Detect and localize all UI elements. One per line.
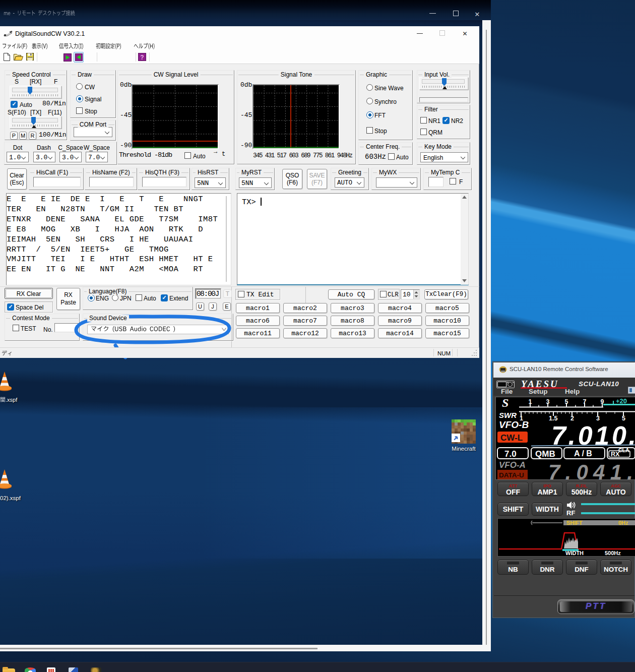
svg-text:0Hz: 0Hz (618, 520, 628, 526)
svg-text:7.0: 7.0 (504, 449, 517, 459)
svg-text:1: 1 (529, 398, 532, 405)
svg-text:9: 9 (601, 398, 604, 405)
svg-text:RX: RX (611, 451, 620, 458)
svg-text:7: 7 (583, 398, 587, 405)
svg-text:VFO-B: VFO-B (499, 419, 529, 430)
svg-text:QMB: QMB (535, 449, 555, 459)
svg-text:CW-L: CW-L (500, 433, 523, 443)
svg-text:7.041.: 7.041. (548, 460, 633, 479)
svg-text:S: S (502, 397, 509, 409)
svg-text:SWR: SWR (499, 411, 517, 419)
svg-text:5: 5 (565, 398, 568, 405)
svg-text:+20: +20 (616, 397, 627, 405)
svg-text:?: ? (140, 54, 144, 61)
svg-text:VFO-A: VFO-A (499, 460, 526, 470)
svg-text:500Hz: 500Hz (605, 550, 621, 556)
svg-text:DATA-U: DATA-U (499, 471, 524, 479)
svg-text:A / B: A / B (574, 449, 592, 458)
svg-text:CLA: CLA (618, 447, 629, 453)
svg-text:WIDTH: WIDTH (565, 550, 584, 556)
svg-text:SHIFT: SHIFT (566, 520, 583, 526)
svg-text:3: 3 (546, 398, 550, 405)
